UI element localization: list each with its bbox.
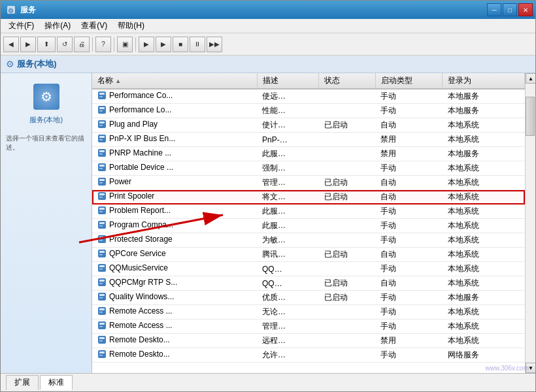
service-name: Remote Deskto... [109,350,170,359]
service-startup-cell: 手动 [375,89,442,104]
table-row[interactable]: Remote Access ... 无论… 手动 本地系统 [92,305,525,319]
service-name-cell: Protected Storage [92,233,257,248]
service-name: QQMusicService [109,263,168,272]
menu-help[interactable]: 帮助(H) [112,19,150,33]
table-row[interactable]: Performance Co... 使远… 手动 本地服务 [92,89,525,104]
print-button[interactable]: 🖨 [74,37,90,52]
svg-rect-56 [98,350,106,358]
table-scroll[interactable]: 名称 ▲ 描述 状态 启动类型 登录为 [92,73,525,373]
table-row[interactable]: PNRP Machine ... 此服… 禁用 本地服务 [92,147,525,161]
svg-rect-49 [99,312,103,313]
table-row[interactable]: Remote Deskto... 允许… 手动 网络服务 [92,348,525,363]
scrollbar[interactable]: ▲ ▼ [525,73,535,373]
service-name: Power [109,177,131,186]
service-icon [97,163,107,172]
service-login-cell: 本地系统 [443,118,525,133]
service-status-cell [319,133,376,147]
table-row[interactable]: Remote Access ... 管理… 手动 本地系统 [92,319,525,334]
maximize-button[interactable]: □ [503,3,517,16]
service-startup-cell: 自动 [375,276,442,291]
table-row[interactable]: Remote Deskto... 远程… 禁用 本地系统 [92,334,525,348]
service-name: Program Compa... [109,220,173,229]
service-name-cell: Portable Device ... [92,161,257,176]
svg-rect-37 [99,254,103,255]
scroll-up-button[interactable]: ▲ [526,73,535,84]
table-row[interactable]: Print Spooler 将文… 已启动 自动 本地系统 [92,190,525,204]
service-name: QPCore Service [109,249,166,258]
up-button[interactable]: ⬆ [37,37,56,52]
col-desc-header[interactable]: 描述 [257,73,319,89]
svg-rect-41 [98,278,106,286]
service-name: Remote Access ... [109,321,173,330]
svg-rect-48 [99,308,105,310]
table-row[interactable]: Program Compa... 此服… 手动 本地系统 [92,219,525,233]
tab-expand[interactable]: 扩展 [6,375,39,390]
scrollbar-thumb[interactable] [526,97,535,136]
service-startup-cell: 手动 [375,219,442,233]
table-row[interactable]: QQMusicService QQ… 手动 本地系统 [92,262,525,276]
svg-rect-35 [98,250,106,257]
back-button[interactable]: ◀ [3,37,19,52]
service-name: Remote Deskto... [109,335,170,344]
minimize-button[interactable]: ─ [487,3,501,16]
svg-rect-7 [99,110,103,112]
service-desc-cell: 此服… [257,147,319,161]
service-startup-cell: 禁用 [375,147,442,161]
table-row[interactable]: Power 管理… 已启动 自动 本地系统 [92,176,525,190]
view-button[interactable]: ▣ [117,37,133,52]
service-icon [97,292,107,301]
refresh-button[interactable]: ↺ [57,37,73,52]
scrollbar-track[interactable] [526,84,535,363]
table-row[interactable]: Performance Lo... 性能… 手动 本地服务 [92,104,525,118]
menu-view[interactable]: 查看(V) [76,19,112,33]
svg-rect-53 [98,336,106,344]
service-desc-cell: 为敏… [257,233,319,248]
close-button[interactable]: ✕ [518,3,533,16]
col-login-header[interactable]: 登录为 [443,73,525,89]
stop-button[interactable]: ■ [173,37,188,52]
play2-button[interactable]: ▶ [156,37,171,52]
table-row[interactable]: QPCore Service 腾讯… 已启动 自动 本地系统 [92,248,525,262]
pause-button[interactable]: ⏸ [190,37,205,52]
svg-text:⚙: ⚙ [8,7,14,14]
svg-rect-33 [99,237,105,238]
svg-rect-13 [99,139,103,140]
svg-rect-15 [99,150,105,152]
menu-action[interactable]: 操作(A) [39,19,76,33]
service-desc-cell: 允许… [257,348,319,363]
service-name-cell: Plug and Play [92,118,257,133]
service-login-cell: 本地系统 [443,248,525,262]
table-row[interactable]: Portable Device ... 强制… 手动 本地系统 [92,161,525,176]
table-row[interactable]: Plug and Play 使计… 已启动 自动 本地系统 [92,118,525,133]
table-row[interactable]: Quality Windows... 优质… 已启动 手动 本地服务 [92,291,525,305]
service-name: Problem Report... [109,206,171,215]
tab-standard[interactable]: 标准 [40,375,73,390]
service-status-cell [319,305,376,319]
service-name-cell: Print Spooler [92,190,257,204]
table-row[interactable]: Problem Report... 此服… 手动 本地系统 [92,204,525,219]
service-icon [97,206,107,215]
service-login-cell: 本地服务 [443,104,525,118]
table-row[interactable]: PnP-X IP Bus En... PnP-… 禁用 本地系统 [92,133,525,147]
menu-bar: 文件(F) 操作(A) 查看(V) 帮助(H) [1,19,535,33]
help-button[interactable]: ? [95,37,111,52]
play-button[interactable]: ▶ [139,37,154,52]
service-status-cell: 已启动 [319,248,376,262]
table-row[interactable]: Protected Storage 为敏… 手动 本地系统 [92,233,525,248]
forward2-button[interactable]: ▶▶ [207,37,222,52]
service-desc-cell: 此服… [257,219,319,233]
col-name-header[interactable]: 名称 ▲ [92,73,257,89]
service-startup-cell: 手动 [375,204,442,219]
service-desc-cell: 管理… [257,319,319,334]
svg-rect-4 [99,96,103,97]
service-icon [97,134,107,143]
svg-rect-3 [99,93,105,95]
service-name-cell: Power [92,176,257,190]
menu-file[interactable]: 文件(F) [3,19,39,33]
col-status-header[interactable]: 状态 [319,73,376,89]
table-row[interactable]: QQPCMgr RTP S... QQ… 已启动 自动 本地系统 [92,276,525,291]
service-startup-cell: 自动 [375,190,442,204]
forward-button[interactable]: ▶ [20,37,36,52]
service-name: Performance Co... [109,91,173,100]
col-startup-header[interactable]: 启动类型 [375,73,442,89]
